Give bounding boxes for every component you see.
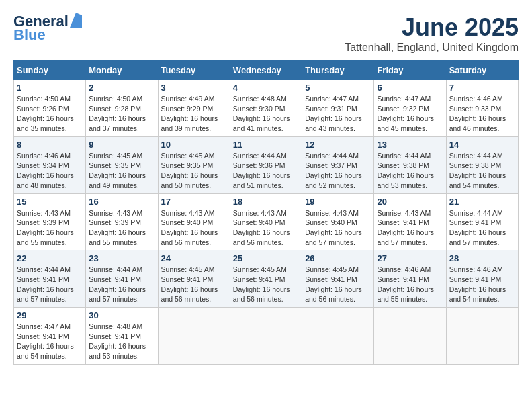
svg-marker-0 [70,13,82,28]
day-number: 24 [161,253,227,263]
day-info: Sunrise: 4:44 AMSunset: 9:38 PMDaylight:… [449,152,506,189]
col-friday: Friday [374,61,446,80]
day-number: 29 [17,310,83,320]
table-row: 22 Sunrise: 4:44 AMSunset: 9:41 PMDaylig… [14,250,86,308]
table-row: 10 Sunrise: 4:45 AMSunset: 9:35 PMDaylig… [158,136,230,193]
day-info: Sunrise: 4:44 AMSunset: 9:36 PMDaylight:… [233,152,290,189]
day-number: 10 [161,140,227,150]
day-number: 23 [89,253,154,263]
day-number: 7 [449,83,515,93]
calendar-header-row: Sunday Monday Tuesday Wednesday Thursday… [14,61,519,80]
day-info: Sunrise: 4:45 AMSunset: 9:41 PMDaylight:… [305,265,362,303]
table-row: 20 Sunrise: 4:43 AMSunset: 9:41 PMDaylig… [374,193,446,250]
table-row: 15 Sunrise: 4:43 AMSunset: 9:39 PMDaylig… [14,193,86,250]
table-row: 5 Sunrise: 4:47 AMSunset: 9:31 PMDayligh… [302,80,374,137]
table-row: 24 Sunrise: 4:45 AMSunset: 9:41 PMDaylig… [158,250,230,308]
col-monday: Monday [86,61,158,80]
day-info: Sunrise: 4:47 AMSunset: 9:41 PMDaylight:… [17,322,74,360]
day-number: 16 [89,197,154,207]
table-row: 26 Sunrise: 4:45 AMSunset: 9:41 PMDaylig… [302,250,374,308]
table-row [446,308,518,365]
day-number: 6 [377,83,443,93]
day-info: Sunrise: 4:44 AMSunset: 9:41 PMDaylight:… [449,209,506,246]
page-header: General Blue June 2025 Tattenhall, Engla… [13,13,519,54]
table-row: 21 Sunrise: 4:44 AMSunset: 9:41 PMDaylig… [446,193,518,250]
day-info: Sunrise: 4:46 AMSunset: 9:41 PMDaylight:… [377,265,434,303]
table-row: 11 Sunrise: 4:44 AMSunset: 9:36 PMDaylig… [230,136,302,193]
day-info: Sunrise: 4:45 AMSunset: 9:41 PMDaylight:… [161,265,218,303]
calendar-week-row: 29 Sunrise: 4:47 AMSunset: 9:41 PMDaylig… [14,308,519,365]
day-number: 19 [305,197,371,207]
day-info: Sunrise: 4:49 AMSunset: 9:29 PMDaylight:… [161,95,218,132]
table-row: 27 Sunrise: 4:46 AMSunset: 9:41 PMDaylig… [374,250,446,308]
day-info: Sunrise: 4:47 AMSunset: 9:31 PMDaylight:… [305,95,362,132]
day-number: 27 [377,253,443,263]
table-row [230,308,302,365]
col-wednesday: Wednesday [230,61,302,80]
day-info: Sunrise: 4:46 AMSunset: 9:34 PMDaylight:… [17,152,74,189]
day-info: Sunrise: 4:44 AMSunset: 9:38 PMDaylight:… [377,152,434,189]
day-info: Sunrise: 4:43 AMSunset: 9:41 PMDaylight:… [377,209,434,246]
calendar-week-row: 1 Sunrise: 4:50 AMSunset: 9:26 PMDayligh… [14,80,519,137]
table-row: 23 Sunrise: 4:44 AMSunset: 9:41 PMDaylig… [86,250,158,308]
day-number: 22 [17,253,83,263]
day-number: 11 [233,140,299,150]
table-row: 2 Sunrise: 4:50 AMSunset: 9:28 PMDayligh… [86,80,158,137]
title-block: June 2025 Tattenhall, England, United Ki… [345,13,519,54]
day-info: Sunrise: 4:44 AMSunset: 9:41 PMDaylight:… [89,265,146,303]
table-row [374,308,446,365]
day-number: 28 [449,253,515,263]
day-info: Sunrise: 4:48 AMSunset: 9:41 PMDaylight:… [89,322,146,360]
day-number: 5 [305,83,371,93]
day-number: 12 [305,140,371,150]
day-number: 13 [377,140,443,150]
day-number: 8 [17,140,83,150]
day-info: Sunrise: 4:43 AMSunset: 9:39 PMDaylight:… [89,209,146,246]
day-number: 1 [17,83,83,93]
table-row: 8 Sunrise: 4:46 AMSunset: 9:34 PMDayligh… [14,136,86,193]
day-info: Sunrise: 4:43 AMSunset: 9:40 PMDaylight:… [305,209,362,246]
day-number: 3 [161,83,227,93]
table-row: 12 Sunrise: 4:44 AMSunset: 9:37 PMDaylig… [302,136,374,193]
table-row: 29 Sunrise: 4:47 AMSunset: 9:41 PMDaylig… [14,308,86,365]
day-info: Sunrise: 4:50 AMSunset: 9:28 PMDaylight:… [89,95,146,132]
day-info: Sunrise: 4:45 AMSunset: 9:35 PMDaylight:… [89,152,146,189]
table-row: 16 Sunrise: 4:43 AMSunset: 9:39 PMDaylig… [86,193,158,250]
day-number: 4 [233,83,299,93]
col-thursday: Thursday [302,61,374,80]
main-title: June 2025 [345,13,519,42]
col-sunday: Sunday [14,61,86,80]
day-number: 18 [233,197,299,207]
col-tuesday: Tuesday [158,61,230,80]
logo-icon [70,13,82,28]
day-number: 21 [449,197,515,207]
table-row: 28 Sunrise: 4:46 AMSunset: 9:41 PMDaylig… [446,250,518,308]
day-number: 9 [89,140,154,150]
subtitle: Tattenhall, England, United Kingdom [345,42,519,54]
day-info: Sunrise: 4:43 AMSunset: 9:39 PMDaylight:… [17,209,74,246]
day-number: 25 [233,253,299,263]
day-info: Sunrise: 4:46 AMSunset: 9:33 PMDaylight:… [449,95,506,132]
day-info: Sunrise: 4:43 AMSunset: 9:40 PMDaylight:… [233,209,290,246]
day-info: Sunrise: 4:48 AMSunset: 9:30 PMDaylight:… [233,95,290,132]
calendar-week-row: 15 Sunrise: 4:43 AMSunset: 9:39 PMDaylig… [14,193,519,250]
day-info: Sunrise: 4:44 AMSunset: 9:41 PMDaylight:… [17,265,74,303]
table-row: 30 Sunrise: 4:48 AMSunset: 9:41 PMDaylig… [86,308,158,365]
day-number: 17 [161,197,227,207]
day-info: Sunrise: 4:45 AMSunset: 9:41 PMDaylight:… [233,265,290,303]
day-number: 14 [449,140,515,150]
day-info: Sunrise: 4:50 AMSunset: 9:26 PMDaylight:… [17,95,74,132]
calendar-table: Sunday Monday Tuesday Wednesday Thursday… [13,60,519,365]
calendar-week-row: 22 Sunrise: 4:44 AMSunset: 9:41 PMDaylig… [14,250,519,308]
logo: General Blue [13,13,82,43]
table-row: 14 Sunrise: 4:44 AMSunset: 9:38 PMDaylig… [446,136,518,193]
day-number: 30 [89,310,154,320]
calendar-week-row: 8 Sunrise: 4:46 AMSunset: 9:34 PMDayligh… [14,136,519,193]
table-row: 13 Sunrise: 4:44 AMSunset: 9:38 PMDaylig… [374,136,446,193]
table-row: 17 Sunrise: 4:43 AMSunset: 9:40 PMDaylig… [158,193,230,250]
table-row: 9 Sunrise: 4:45 AMSunset: 9:35 PMDayligh… [86,136,158,193]
table-row: 6 Sunrise: 4:47 AMSunset: 9:32 PMDayligh… [374,80,446,137]
table-row: 19 Sunrise: 4:43 AMSunset: 9:40 PMDaylig… [302,193,374,250]
logo-text-blue: Blue [13,27,82,43]
table-row: 3 Sunrise: 4:49 AMSunset: 9:29 PMDayligh… [158,80,230,137]
